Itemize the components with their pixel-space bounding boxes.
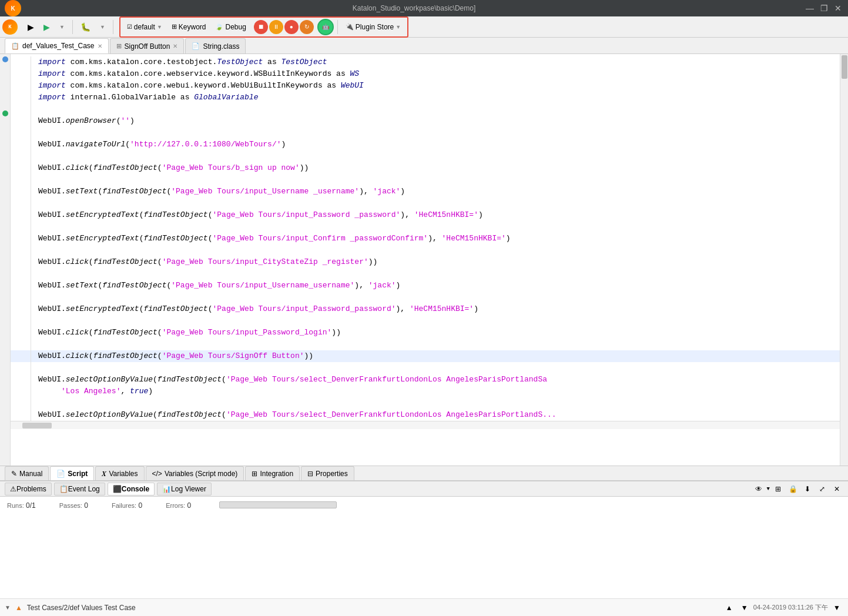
window-title: Katalon_Studio_workpase\basic\Demo] [24, 4, 805, 12]
scrollbar-thumb[interactable] [842, 55, 847, 79]
tab-icon-def: 📋 [11, 42, 19, 50]
console-label: Console [122, 485, 149, 493]
debug-icon-button[interactable]: 🐛 [76, 19, 95, 35]
separator3 [337, 20, 338, 34]
integration-icon: ⊞ [252, 470, 257, 478]
keyword-button[interactable]: ⊞ Keyword [167, 19, 210, 35]
app-logo[interactable]: K [5, 0, 21, 16]
breakpoint-1[interactable] [2, 56, 8, 62]
breakpoint-2[interactable] [2, 111, 8, 116]
plugin-store-button[interactable]: 🔌 Plugin Store ▼ [341, 19, 405, 35]
katalon-logo[interactable]: K [2, 19, 18, 35]
tab-script[interactable]: 📄 Script [50, 466, 94, 480]
run-dropdown[interactable]: ▼ [55, 19, 69, 35]
console-eye-button[interactable]: 👁 [752, 483, 765, 496]
record-button[interactable]: ● [284, 20, 299, 34]
tab-close-def[interactable]: ✕ [98, 43, 102, 49]
tab-string[interactable]: 📄 String.class [185, 38, 246, 53]
default-dropdown-arrow: ▼ [157, 24, 162, 30]
code-line [11, 268, 840, 280]
integration-label: Integration [260, 470, 293, 478]
log-viewer-icon: 📊 [162, 485, 171, 493]
passes-label: Passes: [59, 502, 82, 509]
record-icon: ● [290, 24, 293, 30]
manual-icon: ✎ [11, 470, 17, 478]
console-tab[interactable]: ⬛ Console [108, 483, 155, 496]
manual-label: Manual [19, 470, 42, 478]
debug-dropdown[interactable]: ▼ [96, 19, 109, 35]
tab-variables[interactable]: 𝑿 Variables [95, 466, 144, 480]
variables-script-label: Variables (Script mode) [165, 470, 238, 478]
separator1 [72, 20, 73, 34]
console-grid-button[interactable]: ⊞ [772, 483, 785, 496]
code-editor-area: import com.kms.katalon.core.testobject.T… [0, 54, 848, 466]
terminal-icon: ▶ [28, 22, 34, 32]
code-line [11, 245, 840, 256]
default-button[interactable]: ☑ default ▼ [123, 19, 166, 35]
editor-scrollbar[interactable] [840, 54, 848, 466]
code-line [11, 150, 840, 162]
console-right-buttons: 👁 ▼ ⊞ 🔒 ⬇ ⤢ ✕ [752, 483, 843, 496]
tab-close-signoff[interactable]: ✕ [173, 43, 177, 49]
code-line: import com.kms.katalon.core.webservice.k… [11, 68, 840, 80]
code-line-highlighted: WebUI.click(findTestObject('Page_Web Tou… [11, 350, 840, 362]
console-eye-dropdown[interactable]: ▼ [767, 486, 770, 492]
plugin-store-label: Plugin Store [356, 23, 394, 31]
keyword-grid-icon: ⊞ [172, 23, 177, 31]
tab-label-string: String.class [203, 42, 239, 51]
separator2 [113, 20, 113, 34]
tab-def-values[interactable]: 📋 def_Values_Test_Case ✕ [5, 38, 109, 53]
code-line [11, 174, 840, 186]
katalon-ai-button[interactable]: 🤖 [317, 19, 334, 35]
console-event-log-tab[interactable]: 📋 Event Log [54, 483, 105, 496]
run-section: ☑ default ▼ ⊞ Keyword 🍃 Debug ⏹ ⏸ ● ↻ 🤖 … [119, 16, 408, 38]
console-close-button[interactable]: ✕ [830, 483, 843, 496]
failures-stat: Failures: 0 [112, 501, 142, 510]
passes-stat: Passes: 0 [59, 501, 88, 510]
run-button[interactable]: ▶ [39, 19, 54, 35]
code-line [11, 197, 840, 209]
tab-manual[interactable]: ✎ Manual [5, 466, 49, 480]
code-editor[interactable]: import com.kms.katalon.core.testobject.T… [11, 54, 840, 466]
console-restore-button[interactable]: ⤢ [816, 483, 829, 496]
code-line: WebUI.click(findTestObject('Page_Web Tou… [11, 327, 840, 339]
minimize-button[interactable]: — [805, 3, 815, 14]
checkbox-icon: ☑ [127, 24, 132, 30]
close-button[interactable]: ✕ [833, 3, 843, 14]
tc-down-button[interactable]: ▼ [738, 601, 751, 614]
tc-expand-arrow[interactable]: ▼ [5, 604, 11, 611]
tab-signoff[interactable]: ⊞ SignOff Button ✕ [110, 38, 185, 53]
console-log-viewer-tab[interactable]: 📊 Log Viewer [157, 483, 212, 496]
tab-properties[interactable]: ⊟ Properties [301, 466, 354, 480]
maximize-button[interactable]: ❐ [819, 3, 829, 14]
step-button[interactable]: ↻ [300, 20, 314, 34]
pause-icon: ⏸ [273, 24, 279, 30]
variables-label: Variables [109, 470, 138, 478]
passes-value: 0 [84, 501, 88, 510]
code-line: WebUI.click(findTestObject('Page_Web Tou… [11, 162, 840, 174]
pause-button[interactable]: ⏸ [269, 20, 283, 34]
code-line [11, 362, 840, 374]
code-line: import com.kms.katalon.core.testobject.T… [11, 56, 840, 68]
tc-up-button[interactable]: ▲ [723, 601, 736, 614]
script-icon: 📄 [56, 470, 65, 478]
code-line: WebUI.setEncryptedText(findTestObject('P… [11, 233, 840, 245]
stop-button[interactable]: ⏹ [254, 20, 268, 34]
debug-button[interactable]: 🍃 Debug [211, 19, 250, 35]
console-collapse-button[interactable]: ⬇ [801, 483, 814, 496]
code-line: WebUI.setText(findTestObject('Page_Web T… [11, 280, 840, 292]
code-line: WebUI.selectOptionByValue(findTestObject… [11, 409, 840, 421]
tab-integration[interactable]: ⊞ Integration [245, 466, 300, 480]
console-lock-button[interactable]: 🔒 [786, 483, 799, 496]
main-toolbar: K ▶ ▶ ▼ 🐛 ▼ ☑ default ▼ ⊞ Keyword 🍃 Debu… [0, 16, 848, 38]
terminal-button[interactable]: ▶ [24, 19, 38, 35]
console-problems-tab[interactable]: ⚠ Problems [5, 483, 52, 496]
variables-script-icon: </> [152, 470, 162, 478]
tab-variables-script[interactable]: </> Variables (Script mode) [146, 466, 244, 480]
tc-dropdown-button[interactable]: ▼ [830, 601, 843, 614]
tc-timestamp: 04-24-2019 03:11:26 下午 [753, 603, 828, 612]
debug-label: Debug [225, 23, 246, 31]
properties-label: Properties [316, 470, 348, 478]
plugin-store-icon: 🔌 [346, 23, 354, 31]
stop-icon: ⏹ [258, 24, 264, 30]
